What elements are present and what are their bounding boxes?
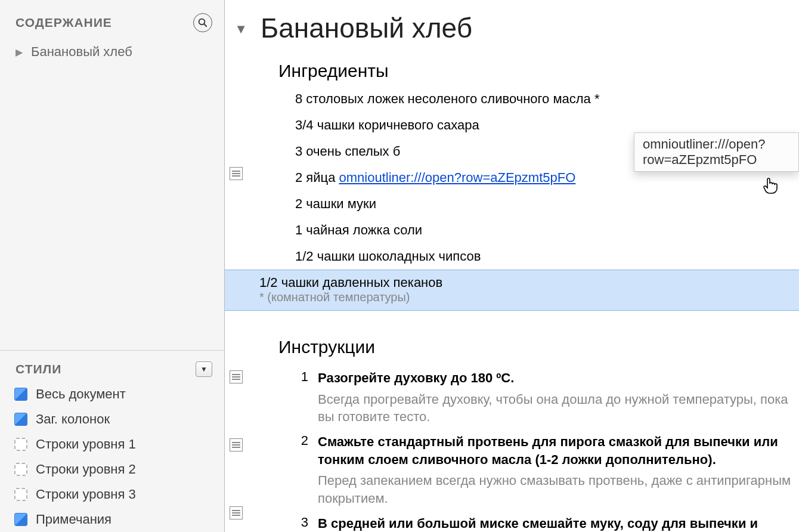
disclosure-down-icon[interactable]: ▼: [234, 21, 247, 37]
instruction-row[interactable]: 2Смажьте стандартный протвень для пирога…: [225, 426, 799, 508]
contents-title: СОДЕРЖАНИЕ: [16, 16, 112, 30]
style-row[interactable]: Примечания: [0, 507, 224, 532]
ingredient-row[interactable]: 1/2 чашки шоколадных чипсов: [295, 243, 793, 270]
instruction-number: 2: [295, 433, 308, 468]
contents-header: СОДЕРЖАНИЕ: [0, 0, 224, 38]
ingredient-row[interactable]: 8 столовых ложек несоленого сливочного м…: [295, 86, 793, 112]
style-swatch-icon: [14, 488, 27, 501]
style-row[interactable]: Весь документ: [0, 382, 224, 407]
style-label: Строки уровня 3: [36, 487, 136, 502]
selected-ingredient-row[interactable]: 1/2 чашки давленных пеканов * (комнатной…: [225, 270, 799, 311]
style-row[interactable]: Строки уровня 1: [0, 432, 224, 457]
chevron-down-icon: ▼: [200, 365, 208, 373]
styles-dropdown-button[interactable]: ▼: [196, 361, 212, 377]
selected-ingredient-text[interactable]: 1/2 чашки давленных пеканов: [259, 270, 799, 290]
style-swatch-icon: [14, 413, 27, 426]
style-label: Весь документ: [36, 386, 126, 402]
instruction-note[interactable]: Перед запеканием всегда нужно смазывать …: [318, 472, 793, 507]
instruction-row[interactable]: 1Разогрейте духовку до 180 ºC.Всегда про…: [225, 362, 799, 426]
row-handle-icon[interactable]: [230, 167, 243, 180]
instruction-note[interactable]: Всегда прогревайте духовку, чтобы она до…: [318, 391, 793, 426]
ingredients-block: 8 столовых ложек несоленого сливочного м…: [225, 86, 799, 270]
styles-header: СТИЛИ ▼: [0, 351, 224, 382]
instruction-text[interactable]: В средней или большой миске смешайте мук…: [318, 515, 793, 532]
toc-item-label: Банановый хлеб: [31, 44, 132, 60]
instructions-heading-row[interactable]: Инструкции: [225, 311, 799, 362]
style-label: Строки уровня 1: [36, 437, 136, 452]
instruction-row[interactable]: 3В средней или большой миске смешайте му…: [225, 508, 799, 532]
style-label: Строки уровня 2: [36, 462, 136, 477]
search-icon[interactable]: [193, 13, 212, 32]
ingredient-row[interactable]: 2 чашки муки: [295, 191, 793, 217]
row-handle-icon[interactable]: [230, 506, 243, 519]
sidebar: СОДЕРЖАНИЕ ▶ Банановый хлеб СТИЛИ ▼ Весь…: [0, 0, 225, 532]
style-label: Примечания: [36, 512, 112, 527]
ingredients-heading[interactable]: Ингредиенты: [278, 61, 793, 81]
toc-item-banana-bread[interactable]: ▶ Банановый хлеб: [0, 38, 224, 66]
style-swatch-icon: [14, 388, 27, 401]
instruction-text[interactable]: Смажьте стандартный протвень для пирога …: [318, 433, 793, 468]
svg-line-1: [204, 24, 207, 27]
outline-area: ▼ Банановый хлеб Ингредиенты 8 столовых …: [225, 0, 799, 532]
row-link[interactable]: omnioutliner:///open?row=aZEpzmt5pFO: [339, 170, 576, 185]
instruction-number: 3: [295, 515, 308, 532]
doc-title[interactable]: Банановый хлеб: [261, 13, 472, 44]
style-swatch-icon: [14, 513, 27, 526]
styles-list: Весь документЗаг. колонокСтроки уровня 1…: [0, 382, 224, 532]
contents-panel: СОДЕРЖАНИЕ ▶ Банановый хлеб: [0, 0, 224, 350]
instructions-heading[interactable]: Инструкции: [278, 337, 793, 357]
styles-panel: СТИЛИ ▼ Весь документЗаг. колонокСтроки …: [0, 350, 224, 532]
ingredients-heading-row[interactable]: Ингредиенты: [225, 44, 799, 86]
instruction-text[interactable]: Разогрейте духовку до 180 ºC.: [318, 369, 793, 387]
style-row[interactable]: Заг. колонок: [0, 407, 224, 432]
svg-point-0: [199, 19, 205, 25]
row-handle-icon[interactable]: [230, 438, 243, 451]
style-swatch-icon: [14, 438, 27, 451]
disclosure-right-icon[interactable]: ▶: [16, 47, 23, 58]
styles-title: СТИЛИ: [16, 362, 61, 376]
link-tooltip: omnioutliner:///open?row=aZEpzmt5pFO: [634, 132, 799, 172]
style-label: Заг. колонок: [36, 412, 110, 427]
ingredient-row[interactable]: 1 чайная ложка соли: [295, 217, 793, 243]
row-handle-icon[interactable]: [230, 370, 243, 383]
style-row[interactable]: Строки уровня 3: [0, 482, 224, 507]
selected-ingredient-note[interactable]: * (комнатной температуры): [259, 290, 799, 310]
instruction-number: 1: [295, 369, 308, 387]
ingredients-list: 8 столовых ложек несоленого сливочного м…: [295, 86, 793, 270]
style-swatch-icon: [14, 463, 27, 476]
instructions-list: 1Разогрейте духовку до 180 ºC.Всегда про…: [225, 362, 799, 532]
outline-title-row[interactable]: ▼ Банановый хлеб: [225, 0, 799, 44]
style-row[interactable]: Строки уровня 2: [0, 457, 224, 482]
